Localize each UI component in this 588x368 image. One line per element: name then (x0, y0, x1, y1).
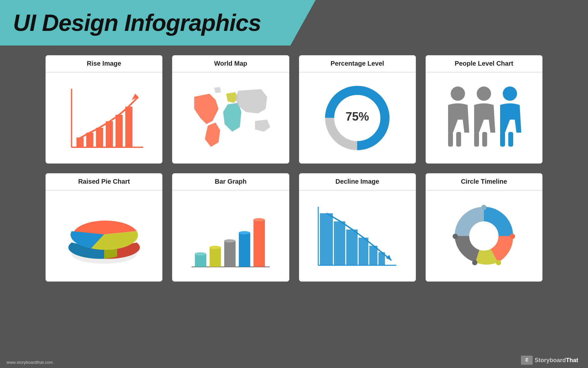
card-decline-image: Decline Image (299, 173, 416, 282)
page-title: UI Design Infographics (13, 9, 261, 36)
card-title-circle-timeline: Circle Timeline (426, 173, 542, 191)
svg-point-46 (496, 260, 501, 265)
card-title-world-map: World Map (172, 55, 289, 72)
svg-point-24 (195, 252, 206, 256)
card-raised-pie-chart: Raised Pie Chart (46, 173, 162, 282)
svg-rect-7 (125, 107, 132, 147)
svg-rect-36 (334, 221, 345, 265)
circle-timeline-icon (445, 199, 523, 273)
card-body-rise-image (46, 72, 162, 164)
footer-logo: ⋶ StoryboardThat (521, 356, 578, 365)
svg-point-28 (224, 239, 235, 243)
svg-point-30 (239, 231, 250, 234)
card-people-level-chart: People Level Chart (426, 55, 542, 164)
svg-rect-6 (116, 115, 123, 147)
svg-point-44 (453, 234, 458, 239)
world-map-icon (185, 84, 276, 152)
cards-grid: Rise Image World Map (46, 55, 542, 282)
card-body-bar-graph (172, 191, 289, 282)
svg-rect-20 (508, 132, 513, 147)
svg-point-12 (451, 86, 465, 101)
rise-chart-icon (62, 82, 146, 154)
card-body-raised-pie-chart (46, 191, 162, 282)
card-circle-timeline: Circle Timeline (426, 173, 542, 282)
card-body-percentage-level: 75% (299, 72, 416, 164)
footer-logo-bold: That (566, 357, 578, 363)
svg-rect-31 (253, 220, 265, 267)
bar-graph-icon (185, 200, 276, 272)
card-title-percentage-level: Percentage Level (299, 55, 416, 72)
card-title-people-level-chart: People Level Chart (426, 55, 542, 72)
svg-point-42 (469, 221, 499, 251)
raised-pie-chart-icon (59, 199, 150, 273)
card-title-rise-image: Rise Image (46, 55, 162, 72)
card-title-bar-graph: Bar Graph (172, 173, 289, 191)
card-title-decline-image: Decline Image (299, 173, 416, 191)
svg-rect-17 (482, 132, 487, 147)
header-banner: UI Design Infographics (0, 0, 316, 46)
svg-rect-4 (96, 128, 103, 147)
svg-point-45 (472, 260, 477, 265)
decline-chart-icon (312, 200, 403, 272)
svg-rect-16 (474, 132, 479, 147)
svg-point-26 (209, 246, 221, 249)
storyboard-logo-icon: ⋶ (521, 356, 533, 365)
svg-point-32 (253, 218, 265, 221)
card-world-map: World Map (172, 55, 289, 164)
card-body-circle-timeline (426, 191, 542, 282)
svg-rect-25 (210, 247, 221, 267)
people-chart-icon (438, 81, 529, 155)
percentage-donut-icon: 75% (321, 82, 393, 154)
card-title-raised-pie-chart: Raised Pie Chart (46, 173, 162, 191)
svg-rect-27 (224, 241, 236, 267)
card-body-decline-image (299, 191, 416, 282)
card-body-world-map (172, 72, 289, 164)
svg-rect-5 (106, 121, 113, 147)
card-percentage-level: Percentage Level 75% (299, 55, 416, 164)
card-body-people-level-chart (426, 72, 542, 164)
svg-rect-23 (195, 254, 206, 267)
percentage-value: 75% (346, 110, 369, 123)
percentage-donut: 75% (321, 82, 393, 154)
svg-rect-13 (448, 132, 453, 147)
svg-rect-14 (456, 132, 461, 147)
svg-point-47 (510, 234, 515, 239)
svg-rect-2 (76, 138, 84, 147)
svg-point-43 (481, 205, 486, 210)
svg-rect-29 (239, 233, 250, 267)
svg-rect-38 (359, 238, 368, 265)
svg-point-15 (477, 86, 491, 101)
card-bar-graph: Bar Graph (172, 173, 289, 282)
svg-rect-19 (500, 132, 505, 147)
svg-rect-37 (346, 230, 358, 265)
footer-website: www.storyboardthat.com (7, 360, 53, 365)
card-rise-image: Rise Image (46, 55, 162, 164)
svg-point-18 (503, 86, 517, 101)
footer-logo-text: StoryboardThat (535, 357, 578, 364)
svg-rect-35 (320, 213, 333, 265)
